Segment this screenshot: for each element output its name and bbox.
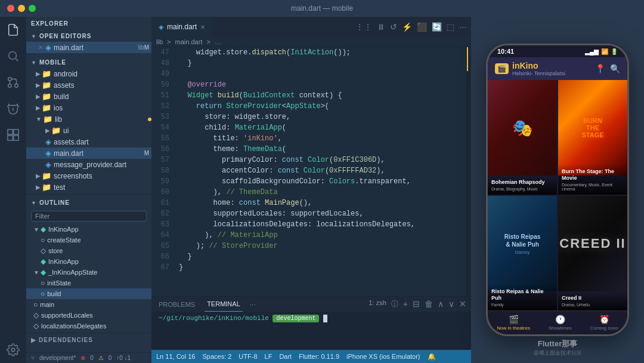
outline-filter[interactable]: Filter	[31, 211, 147, 222]
outline-supportedlocales[interactable]: ◇ supportedLocales	[26, 310, 151, 321]
editor-tabs: ◈ main.dart ✕ ⋮⋮ ⏸ ↺ ⚡ ⬛ 🔄 ⬚ ···	[151, 17, 471, 37]
open-editor-item-main-dart[interactable]: ✕ ◈ main.dart lib M	[26, 42, 151, 53]
sidebar-item-message-provider[interactable]: ◈ message_provider.dart	[26, 159, 151, 170]
ln-57: 57	[151, 155, 169, 165]
outline-inkinoappstate[interactable]: ▼ ◆ _InKinoAppState	[26, 267, 151, 278]
terminal-content[interactable]: ~/git/roughike/inKino/mobile development	[151, 312, 471, 350]
ln-59: 59	[151, 176, 169, 187]
debug-icon[interactable]	[5, 100, 21, 117]
editor-breadcrumb: lib > main.dart > …	[151, 37, 471, 47]
movie-card-burn[interactable]: BURNTHESTAGE Burn The Stage: The Movie D…	[558, 80, 627, 195]
more-icon[interactable]: ···	[459, 22, 466, 32]
outline-main-label: main	[40, 301, 54, 308]
outline-main[interactable]: ○ main	[26, 299, 151, 310]
minimize-button[interactable]	[18, 5, 25, 12]
split-terminal-icon[interactable]: ⊟	[413, 299, 420, 309]
mobile-label: MOBILE	[39, 59, 66, 66]
class-icon: ◆	[41, 225, 46, 233]
tab-close-icon[interactable]: ✕	[200, 24, 205, 30]
dependencies-header[interactable]: ▶ DEPENDENCIES	[26, 334, 151, 346]
maximize-button[interactable]	[29, 5, 36, 12]
code-line-61: home: const MainPage(),	[179, 198, 462, 208]
code-line-58: accentColor: const Color(0xFFFFFAD32),	[179, 165, 462, 176]
search-icon[interactable]	[5, 48, 21, 64]
delete-terminal-icon[interactable]: 🗑	[425, 299, 433, 309]
outline-createstate[interactable]: ○ createState	[26, 235, 151, 245]
ln-54: 54	[151, 122, 169, 133]
open-editors-header[interactable]: ▼ OPEN EDITORS	[26, 29, 151, 42]
explorer-header[interactable]: EXPLORER	[26, 17, 151, 29]
outline-state-label: _InKinoAppState	[48, 269, 98, 276]
terminal-more-icon[interactable]: ···	[250, 300, 256, 309]
code-line-67: }	[179, 262, 462, 273]
outline-inkinoapp[interactable]: ▼ ◆ InKinoApp	[26, 224, 151, 235]
code-editor: 47 48 49 50 51 52 53 54 55 56 57 58 59 6…	[151, 47, 471, 296]
settings-icon[interactable]	[5, 342, 21, 358]
open-editors-label: OPEN EDITORS	[39, 33, 91, 39]
ln-67: 67	[151, 262, 169, 273]
outline-inkinoapp2[interactable]: ◆ InKinoApp	[26, 256, 151, 267]
close-terminal-icon[interactable]: ✕	[459, 299, 466, 309]
restart-icon[interactable]: ↺	[390, 22, 397, 32]
git-icon[interactable]	[5, 74, 21, 91]
delegates-icon: ◇	[33, 322, 39, 330]
terminal-tab[interactable]: TERMINAL	[205, 297, 243, 312]
outline-localizations[interactable]: ◇ localizationsDelegates	[26, 321, 151, 331]
close-icon[interactable]: ✕	[38, 44, 43, 51]
ui-folder-label: ui	[63, 127, 151, 135]
ln-62: 62	[151, 208, 169, 219]
hot-reload-icon[interactable]: ⚡	[402, 22, 412, 32]
outline-inkinoapp2-label: InKinoApp	[48, 258, 79, 265]
sidebar-item-screenshots[interactable]: ▶ 📁 screenshots	[26, 170, 151, 182]
warning-icon: ⚠	[98, 355, 104, 361]
sidebar-item-main-dart[interactable]: ◈ main.dart M	[26, 147, 151, 159]
nav-item-showtimes[interactable]: 🕐 Showtimes	[549, 315, 572, 331]
movie-poster-1: 🎭	[488, 80, 557, 176]
outline-build[interactable]: ○ build	[26, 288, 151, 299]
files-icon[interactable]	[5, 21, 21, 38]
problems-label: PROBLEMS	[159, 301, 195, 308]
sidebar-item-assets[interactable]: ▶ 📁 assets	[26, 79, 151, 91]
add-terminal-icon[interactable]: +	[403, 299, 408, 309]
split-icon[interactable]: ⋮⋮	[355, 22, 372, 32]
mobile-header[interactable]: ▼ MOBILE	[26, 56, 151, 68]
outline-store[interactable]: ◇ store	[26, 245, 151, 256]
outline-initstate[interactable]: ○ initState	[26, 278, 151, 288]
movie-card-risto[interactable]: Risto Reipas& Nalie Puh Disney Risto Rei…	[488, 196, 557, 310]
movie-card-creed[interactable]: CREED II Creed II Drama, Urheilu	[558, 196, 627, 310]
sidebar-item-ios[interactable]: ▶ 📁 ios	[26, 102, 151, 113]
file-path-label: lib	[138, 44, 144, 51]
extensions-icon[interactable]	[5, 127, 21, 143]
dart-file-icon: ◈	[45, 43, 51, 52]
svg-rect-8	[8, 136, 13, 140]
editor-tab-main-dart[interactable]: ◈ main.dart ✕	[151, 17, 213, 37]
nav-item-coming-soon[interactable]: ⏰ Coming soon	[590, 315, 618, 331]
sidebar-item-build[interactable]: ▶ 📁 build	[26, 91, 151, 102]
sidebar-item-assets-dart[interactable]: ◈ assets.dart	[26, 136, 151, 147]
scrollbar-track[interactable]	[466, 47, 471, 296]
outline-header[interactable]: ▼ OUTLINE	[26, 196, 151, 208]
movie-title-2: Burn The Stage: The Movie	[562, 168, 624, 182]
assets-folder-icon: 📁	[42, 81, 51, 90]
chevron-up-icon[interactable]: ∧	[438, 299, 444, 309]
refresh-icon[interactable]: 🔄	[432, 22, 442, 32]
stop-icon[interactable]: ⬛	[417, 22, 427, 32]
svg-point-4	[8, 84, 12, 88]
sidebar-item-ui[interactable]: ▶ 📁 ui	[26, 125, 151, 136]
problems-tab[interactable]: PROBLEMS	[156, 297, 197, 312]
ui-folder-icon: 📁	[51, 126, 61, 135]
chevron-down-icon[interactable]: ∨	[448, 299, 454, 309]
pause-icon[interactable]: ⏸	[377, 22, 385, 32]
breadcrumb-text: lib	[156, 38, 163, 45]
sidebar-item-lib[interactable]: ▼ 📁 lib	[26, 113, 151, 125]
close-button[interactable]	[7, 5, 14, 12]
movie-card-bohemian[interactable]: 🎭 Bohemian Rhapsody Drama, Biography, Mu…	[488, 80, 557, 195]
screenshots-folder-label: screenshots	[54, 172, 151, 180]
outline-build-label: build	[47, 290, 61, 297]
code-content[interactable]: widget.store.dispatch(InitAction()); } @…	[174, 47, 466, 296]
terminal-area: PROBLEMS TERMINAL ··· 1: zsh ⓘ + ⊟ 🗑 ∧ ∨…	[151, 296, 471, 350]
layout-icon[interactable]: ⬚	[447, 22, 454, 32]
nav-item-now[interactable]: 🎬 Now in theatres	[497, 315, 530, 331]
sidebar-item-test[interactable]: ▶ 📁 test	[26, 182, 151, 193]
sidebar-item-android[interactable]: ▶ 📁 android	[26, 68, 151, 79]
